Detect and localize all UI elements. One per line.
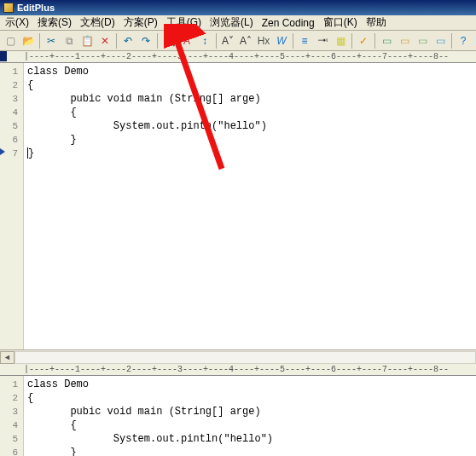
horizontal-scrollbar[interactable]: ◄ (0, 349, 476, 364)
delete-icon[interactable]: ✕ (96, 32, 113, 49)
ruler-bottom: |----+----1----+----2----+----3----+----… (0, 364, 476, 376)
top-editor-pane[interactable]: 1234567 class Demo{ pubic void main (Str… (0, 63, 476, 349)
title-bar: EditPlus (0, 0, 476, 15)
word-icon[interactable]: W (273, 32, 290, 49)
win4-icon[interactable]: ▭ (432, 32, 449, 49)
menu-item-5[interactable]: 浏览器(L) (206, 14, 257, 31)
menu-bar: 示(X)搜索(S)文档(D)方案(P)工具(G)浏览器(L)Zen Coding… (0, 15, 476, 31)
code-line[interactable]: } (27, 446, 473, 456)
line-number: 3 (0, 405, 18, 418)
toolbar-separator (157, 33, 158, 49)
scroll-track[interactable] (15, 351, 476, 364)
code-line[interactable]: class Demo (27, 65, 473, 78)
wrap-icon[interactable]: ≡ (296, 32, 313, 49)
line-number: 1 (0, 378, 18, 391)
code-area[interactable]: class Demo{ pubic void main (String[] ar… (24, 63, 476, 349)
zoomout-icon[interactable]: A˅ (219, 32, 236, 49)
bottom-editor-frame: |----+----1----+----2----+----3----+----… (0, 364, 476, 456)
code-line[interactable]: { (27, 418, 473, 432)
menu-item-2[interactable]: 文档(D) (77, 14, 119, 31)
line-number: 5 (0, 119, 18, 133)
scroll-left-button[interactable]: ◄ (0, 351, 15, 364)
replace-icon[interactable]: ↕ (196, 32, 213, 49)
redo-icon[interactable]: ↷ (137, 32, 154, 49)
line-gutter: 1234567 (0, 376, 24, 456)
top-editor-frame: |----+----1----+----2----+----3----+----… (0, 51, 476, 364)
win1-icon[interactable]: ▭ (378, 32, 395, 49)
paste-icon[interactable]: 📋 (78, 32, 96, 49)
code-line[interactable]: pubic void main (String[] arge) (27, 405, 473, 418)
menu-item-3[interactable]: 方案(P) (120, 14, 161, 31)
menu-item-6[interactable]: Zen Coding (258, 16, 318, 30)
line-number: 4 (0, 106, 18, 119)
code-line[interactable]: class Demo (27, 378, 473, 391)
menu-item-1[interactable]: 搜索(S) (34, 14, 75, 31)
code-line[interactable]: } (27, 147, 473, 160)
search-icon[interactable]: 🔍 (160, 32, 177, 49)
code-line[interactable]: { (27, 106, 473, 119)
fontcolor-a-icon[interactable]: A (178, 32, 195, 49)
line-number: 3 (0, 92, 18, 106)
zoomin-icon[interactable]: A˄ (237, 32, 254, 49)
open-icon[interactable]: 📂 (20, 32, 37, 49)
menu-item-8[interactable]: 帮助 (363, 14, 390, 31)
current-line-marker (0, 148, 5, 155)
code-line[interactable]: { (27, 78, 473, 92)
abcd-icon[interactable]: ▦ (332, 32, 349, 49)
line-number: 6 (0, 133, 18, 147)
line-number: 6 (0, 446, 18, 456)
menu-item-4[interactable]: 工具(G) (163, 14, 205, 31)
toolbar-separator (351, 33, 352, 49)
menu-item-7[interactable]: 窗口(K) (320, 14, 361, 31)
toolbar-separator (116, 33, 117, 49)
undo-icon[interactable]: ↶ (119, 32, 136, 49)
help-icon[interactable]: ? (455, 32, 472, 49)
bottom-editor-pane[interactable]: 1234567 class Demo{ pubic void main (Str… (0, 376, 476, 456)
tab-icon[interactable]: ⭲ (314, 32, 331, 49)
app-title: EditPlus (17, 3, 55, 13)
code-line[interactable]: System.out.pintln("hello") (27, 432, 473, 446)
tab-marker (0, 51, 7, 61)
hx-icon[interactable]: Hx (255, 32, 272, 49)
toolbar-separator (216, 33, 217, 49)
toolbar-separator (293, 33, 293, 49)
copy-icon[interactable]: ⧉ (61, 32, 78, 49)
code-area[interactable]: class Demo{ pubic void main (String[] ar… (24, 376, 476, 456)
line-gutter: 1234567 (0, 63, 24, 349)
line-number: 2 (0, 391, 18, 405)
toolbar: ▢📂✂⧉📋✕↶↷🔍A↕A˅A˄HxW≡⭲▦✓▭▭▭▭? (0, 31, 476, 51)
line-number: 1 (0, 65, 18, 78)
code-line[interactable]: System.out.pint​n("hello") (27, 119, 473, 133)
app-icon (3, 3, 14, 13)
toolbar-separator (451, 33, 452, 49)
menu-item-0[interactable]: 示(X) (2, 14, 32, 31)
cut-icon[interactable]: ✂ (43, 32, 60, 49)
toolbar-separator (374, 33, 375, 49)
toolbar-separator (39, 33, 40, 49)
ruler-top: |----+----1----+----2----+----3----+----… (0, 51, 476, 63)
check-icon[interactable]: ✓ (355, 32, 372, 49)
code-line[interactable]: } (27, 133, 473, 147)
line-number: 5 (0, 432, 18, 446)
win3-icon[interactable]: ▭ (414, 32, 431, 49)
code-line[interactable]: pubic void main (String[] arge) (27, 92, 473, 106)
line-number: 4 (0, 418, 18, 432)
win2-icon[interactable]: ▭ (396, 32, 413, 49)
new-icon[interactable]: ▢ (2, 32, 19, 49)
code-line[interactable]: { (27, 391, 473, 405)
line-number: 2 (0, 78, 18, 92)
